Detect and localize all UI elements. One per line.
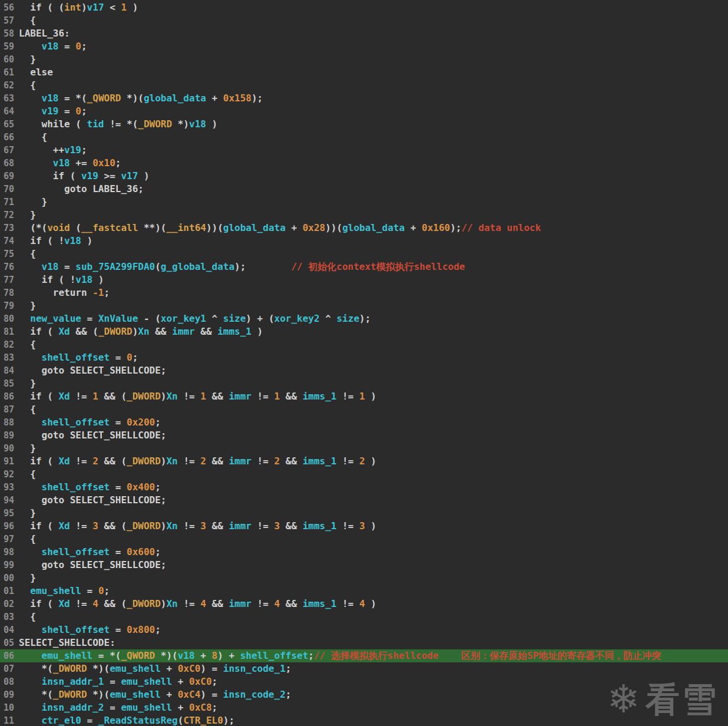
code-line[interactable]: 75 { xyxy=(0,248,728,260)
code-line[interactable]: 69 if ( v19 >= v17 ) xyxy=(0,170,728,183)
code-editor[interactable]: 56 if ( (int)v17 < 1 )57 {58LABEL_36:59 … xyxy=(0,1,728,726)
code-line[interactable]: 92 { xyxy=(0,468,728,481)
code-line[interactable]: 03 { xyxy=(0,610,728,623)
line-number: 93 xyxy=(0,481,14,494)
line-number: 80 xyxy=(0,312,14,325)
line-number: 98 xyxy=(0,546,14,559)
code-text: { xyxy=(19,248,36,259)
code-text: } xyxy=(19,54,36,65)
code-text: { xyxy=(19,533,36,544)
line-number: 90 xyxy=(0,442,14,455)
code-line[interactable]: 11 ctr_el0 = _ReadStatusReg(CTR_EL0); xyxy=(0,714,728,726)
line-number: 67 xyxy=(0,144,14,157)
line-number: 05 xyxy=(0,636,14,649)
code-line[interactable]: 77 if ( !v18 ) xyxy=(0,273,728,286)
code-line[interactable]: 65 while ( tid != *(_DWORD *)v18 ) xyxy=(0,118,728,131)
code-line[interactable]: 89 goto SELECT_SHELLCODE; xyxy=(0,429,728,442)
code-line[interactable]: 57 { xyxy=(0,14,728,27)
code-line[interactable]: 74 if ( !v18 ) xyxy=(0,235,728,248)
code-text: if ( Xd != 2 && (_DWORD)Xn != 2 && immr … xyxy=(19,456,376,467)
code-line[interactable]: 68 v18 += 0x10; xyxy=(0,157,728,170)
line-number: 84 xyxy=(0,364,14,377)
code-line[interactable]: 60 } xyxy=(0,53,728,66)
line-number: 74 xyxy=(0,235,14,248)
line-number: 73 xyxy=(0,222,14,235)
line-number: 01 xyxy=(0,585,14,598)
line-number: 65 xyxy=(0,118,14,131)
code-line[interactable]: 07 *(_DWORD *)(emu_shell + 0xC0) = insn_… xyxy=(0,662,728,675)
code-line[interactable]: 66 { xyxy=(0,131,728,144)
code-line[interactable]: 84 goto SELECT_SHELLCODE; xyxy=(0,364,728,377)
code-line[interactable]: 88 shell_offset = 0x200; xyxy=(0,416,728,429)
line-number: 57 xyxy=(0,14,14,27)
code-line[interactable]: 86 if ( Xd != 1 && (_DWORD)Xn != 1 && im… xyxy=(0,390,728,403)
code-text: ctr_el0 = _ReadStatusReg(CTR_EL0); xyxy=(19,715,234,726)
code-text: LABEL_36: xyxy=(19,28,70,39)
code-text: if ( !v18 ) xyxy=(19,235,92,246)
code-text: v18 += 0x10; xyxy=(19,157,121,169)
code-line[interactable]: 08 insn_addr_1 = emu_shell + 0xC0; xyxy=(0,675,728,688)
highlighted-code-line[interactable]: 06 emu_shell = *(_QWORD *)(v18 + 8) + sh… xyxy=(0,649,728,662)
code-line[interactable]: 99 goto SELECT_SHELLCODE; xyxy=(0,559,728,572)
code-text: else xyxy=(19,67,53,78)
code-line[interactable]: 71 } xyxy=(0,196,728,209)
code-line[interactable]: 01 emu_shell = 0; xyxy=(0,585,728,598)
line-number: 81 xyxy=(0,325,14,338)
code-line[interactable]: 93 shell_offset = 0x400; xyxy=(0,481,728,494)
code-text: shell_offset = 0x200; xyxy=(19,417,161,428)
code-line[interactable]: 61 else xyxy=(0,66,728,79)
code-text: if ( Xd != 3 && (_DWORD)Xn != 3 && immr … xyxy=(19,520,376,532)
code-text: if ( !v18 ) xyxy=(19,274,104,285)
code-text: } xyxy=(19,209,36,220)
code-line[interactable]: 78 return -1; xyxy=(0,286,728,299)
code-text: v19 = 0; xyxy=(19,105,87,117)
code-line[interactable]: 10 insn_addr_2 = emu_shell + 0xC8; xyxy=(0,701,728,714)
code-text: if ( (int)v17 < 1 ) xyxy=(19,2,138,13)
code-line[interactable]: 58LABEL_36: xyxy=(0,27,728,40)
code-line[interactable]: 80 new_value = XnValue - (xor_key1 ^ siz… xyxy=(0,312,728,325)
code-line[interactable]: 62 { xyxy=(0,79,728,92)
code-line[interactable]: 05SELECT_SHELLCODE: xyxy=(0,636,728,649)
line-number: 96 xyxy=(0,520,14,533)
code-text: } xyxy=(19,507,36,519)
code-line[interactable]: 02 if ( Xd != 4 && (_DWORD)Xn != 4 && im… xyxy=(0,598,728,610)
code-line[interactable]: 63 v18 = *(_QWORD *)(global_data + 0x158… xyxy=(0,92,728,105)
code-line[interactable]: 90 } xyxy=(0,442,728,455)
code-line[interactable]: 97 { xyxy=(0,533,728,546)
code-text: } xyxy=(19,443,36,454)
code-text: { xyxy=(19,611,36,622)
code-line[interactable]: 94 goto SELECT_SHELLCODE; xyxy=(0,494,728,507)
line-number: 04 xyxy=(0,623,14,636)
code-line[interactable]: 95 } xyxy=(0,507,728,520)
code-line[interactable]: 64 v19 = 0; xyxy=(0,105,728,118)
code-text: v18 = 0; xyxy=(19,41,87,52)
code-line[interactable]: 98 shell_offset = 0x600; xyxy=(0,546,728,559)
code-line[interactable]: 56 if ( (int)v17 < 1 ) xyxy=(0,1,728,14)
line-number: 95 xyxy=(0,507,14,520)
line-number: 64 xyxy=(0,105,14,118)
code-line[interactable]: 04 shell_offset = 0x800; xyxy=(0,623,728,636)
line-number: 83 xyxy=(0,351,14,364)
code-line[interactable]: 91 if ( Xd != 2 && (_DWORD)Xn != 2 && im… xyxy=(0,455,728,468)
code-line[interactable]: 76 v18 = sub_75A299FDA0(g_global_data); … xyxy=(0,260,728,273)
code-line[interactable]: 79 } xyxy=(0,299,728,312)
code-line[interactable]: 09 *(_DWORD *)(emu_shell + 0xC4) = insn_… xyxy=(0,688,728,701)
code-line[interactable]: 85 } xyxy=(0,377,728,390)
code-line[interactable]: 72 } xyxy=(0,209,728,222)
code-line[interactable]: 96 if ( Xd != 3 && (_DWORD)Xn != 3 && im… xyxy=(0,520,728,533)
code-line[interactable]: 81 if ( Xd && (_DWORD)Xn && immr && imms… xyxy=(0,325,728,338)
line-number: 91 xyxy=(0,455,14,468)
code-line[interactable]: 73 (*(void (__fastcall **)(__int64))(glo… xyxy=(0,222,728,235)
code-text: return -1; xyxy=(19,287,110,298)
line-number: 63 xyxy=(0,92,14,105)
code-line[interactable]: 83 shell_offset = 0; xyxy=(0,351,728,364)
code-line[interactable]: 00 } xyxy=(0,572,728,585)
code-text: shell_offset = 0x600; xyxy=(19,546,161,557)
line-number: 10 xyxy=(0,701,14,714)
code-line[interactable]: 67 ++v19; xyxy=(0,144,728,157)
code-line[interactable]: 59 v18 = 0; xyxy=(0,40,728,53)
code-line[interactable]: 82 { xyxy=(0,338,728,351)
code-line[interactable]: 87 { xyxy=(0,403,728,416)
code-line[interactable]: 70 goto LABEL_36; xyxy=(0,183,728,196)
line-number: 08 xyxy=(0,675,14,688)
